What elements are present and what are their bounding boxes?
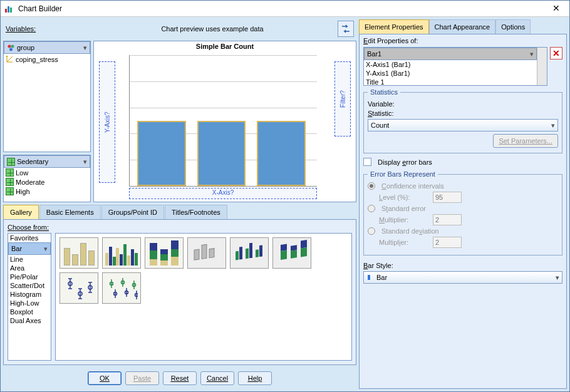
statistics-group: Statistics Variable: Statistic: Count Se… — [363, 88, 562, 153]
variable-label: Variable: — [368, 100, 418, 108]
chart-type-item[interactable]: Favorites — [8, 234, 51, 242]
statistic-select[interactable]: Count — [368, 119, 558, 132]
sd-label: Standard deviation — [381, 227, 439, 235]
chart-preview-canvas[interactable]: Simple Bar Count Y-Axis? Filter? — [93, 41, 356, 202]
variable-name: coping_stress — [16, 56, 58, 63]
right-tabbar: Element Properties Chart Appearance Opti… — [359, 19, 567, 34]
chart-type-item[interactable]: Scatter/Dot — [8, 281, 51, 290]
variable-item[interactable]: coping_stress — [4, 54, 90, 64]
tab-gallery[interactable]: Gallery — [3, 205, 39, 219]
filter-dropzone[interactable]: Filter? — [334, 61, 351, 137]
chart-thumbs — [55, 233, 352, 361]
se-label: Standard error — [381, 205, 426, 212]
ci-label: Confidence intervals — [381, 182, 444, 190]
display-error-bars-label: Display error bars — [378, 158, 432, 166]
bar-style-label: Bar Style: — [363, 262, 562, 269]
category-item[interactable]: High — [4, 187, 90, 196]
window-title: Chart Builder — [18, 4, 547, 13]
svg-rect-15 — [259, 245, 262, 257]
error-bars-group: Error Bars Represent Confidence interval… — [363, 170, 562, 255]
svg-rect-17 — [281, 250, 287, 259]
bar-style-select[interactable]: Bar — [363, 271, 562, 284]
tab-element-properties[interactable]: Element Properties — [359, 19, 429, 34]
thumb-stacked-bar[interactable] — [145, 237, 184, 269]
preview-label: Chart preview uses example data — [87, 25, 338, 33]
ci-radio — [368, 182, 375, 190]
variable-item[interactable]: group — [4, 41, 90, 54]
sd-radio — [368, 227, 375, 235]
edit-item[interactable]: Y-Axis1 (Bar1) — [364, 69, 537, 78]
scale-icon — [6, 55, 14, 63]
statistic-label: Statistic: — [368, 110, 418, 117]
svg-rect-46 — [368, 275, 370, 280]
chart-builder-window: Chart Builder ✕ Variables: Chart preview… — [0, 0, 570, 392]
category-item[interactable]: Sedentary — [4, 155, 90, 168]
cancel-button[interactable]: Cancel — [200, 371, 234, 385]
chart-type-item[interactable]: Line — [8, 255, 51, 264]
plot-area — [129, 55, 317, 187]
edit-properties-label: Edit Properties of: — [363, 37, 562, 44]
chart-type-list[interactable]: Favorites Bar Line Area Pie/Polar Scatte… — [8, 233, 51, 361]
variables-list[interactable]: group coping_stress — [3, 41, 91, 152]
se-radio — [368, 205, 375, 212]
preview-bar — [197, 121, 246, 187]
xaxis-dropzone[interactable]: X-Axis? — [129, 188, 317, 199]
thumb-simple-error[interactable] — [60, 272, 98, 304]
mid-row: group coping_stress Sedentary Low Modera… — [3, 41, 356, 202]
thumb-3d-bar[interactable] — [187, 237, 226, 269]
svg-rect-18 — [291, 245, 297, 250]
preview-bar — [257, 121, 306, 187]
thumb-clustered-bar[interactable] — [102, 237, 141, 269]
thumb-3d-clustered[interactable] — [230, 237, 269, 269]
ok-button[interactable]: OK — [88, 371, 122, 385]
swap-icon — [340, 23, 351, 34]
svg-rect-7 — [194, 249, 199, 260]
right-panel: Element Properties Chart Appearance Opti… — [359, 19, 567, 389]
tab-groups-point-id[interactable]: Groups/Point ID — [101, 205, 164, 219]
category-item[interactable]: Moderate — [4, 177, 90, 187]
tab-basic-elements[interactable]: Basic Elements — [39, 205, 101, 219]
svg-rect-10 — [236, 251, 239, 260]
chart-type-item[interactable]: High-Low — [8, 299, 51, 307]
chart-type-item[interactable]: Bar — [8, 242, 51, 255]
tab-chart-appearance[interactable]: Chart Appearance — [429, 19, 496, 34]
chart-type-item[interactable]: Pie/Polar — [8, 272, 51, 281]
edit-item[interactable]: X-Axis1 (Bar1) — [364, 60, 537, 69]
se-mult-label: Multiplier: — [379, 216, 429, 224]
chart-type-item[interactable]: Boxplot — [8, 307, 51, 316]
edit-item[interactable]: Bar1 — [364, 48, 537, 60]
svg-rect-14 — [256, 249, 259, 257]
ci-level-label: Level (%): — [379, 193, 429, 201]
svg-rect-19 — [291, 250, 297, 258]
category-item[interactable]: Low — [4, 168, 90, 177]
lower-tabs-container: Gallery Basic Elements Groups/Point ID T… — [3, 205, 356, 365]
tab-options[interactable]: Options — [495, 19, 531, 34]
tab-titles-footnotes[interactable]: Titles/Footnotes — [165, 205, 227, 219]
close-button[interactable]: ✕ — [547, 3, 566, 14]
edit-properties-list[interactable]: Bar1 X-Axis1 (Bar1) Y-Axis1 (Bar1) Title… — [363, 47, 547, 86]
edit-list-scrollbar[interactable] — [537, 48, 547, 85]
help-button[interactable]: Help — [238, 371, 272, 385]
thumb-3d-stacked[interactable] — [272, 237, 311, 269]
display-error-bars-row[interactable]: Display error bars — [363, 158, 562, 166]
sd-mult-label: Multiplier: — [379, 239, 429, 246]
chart-type-item[interactable]: Dual Axes — [8, 316, 51, 325]
reset-button[interactable]: Reset — [163, 371, 197, 385]
thumb-clustered-error[interactable] — [102, 272, 141, 304]
chart-type-item[interactable]: Histogram — [8, 290, 51, 299]
thumb-simple-bar[interactable] — [60, 237, 98, 269]
category-icon — [6, 187, 14, 195]
bar-style-icon — [366, 274, 374, 281]
swap-axes-button[interactable] — [338, 21, 354, 37]
svg-rect-2 — [10, 8, 12, 13]
categories-list[interactable]: Sedentary Low Moderate High — [3, 155, 91, 202]
display-error-bars-checkbox[interactable] — [363, 158, 371, 166]
se-mult-input — [433, 214, 462, 225]
svg-rect-13 — [249, 243, 252, 259]
yaxis-dropzone[interactable]: Y-Axis? — [99, 61, 115, 183]
delete-element-button[interactable]: ✕ — [550, 47, 562, 59]
chart-type-item[interactable]: Area — [8, 264, 51, 272]
chart-title: Simple Bar Count — [94, 43, 356, 50]
dialog-body: Variables: Chart preview uses example da… — [1, 17, 569, 391]
edit-item[interactable]: Title 1 — [364, 78, 537, 85]
